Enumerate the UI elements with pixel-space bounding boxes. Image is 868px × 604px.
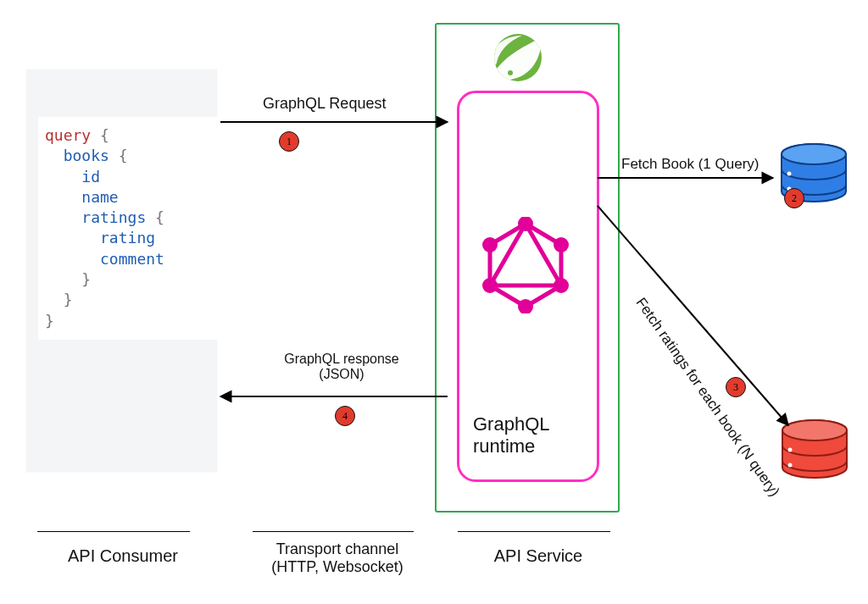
step-badge-3: 3 <box>726 377 746 397</box>
label-request: GraphQL Request <box>263 95 386 113</box>
svg-point-2 <box>508 70 513 75</box>
graphql-icon <box>481 217 570 313</box>
footer-line-service <box>458 531 610 532</box>
spring-icon <box>488 30 548 85</box>
svg-point-20 <box>788 477 793 481</box>
step-badge-1: 1 <box>279 131 299 152</box>
label-response: GraphQL response(JSON) <box>270 352 414 383</box>
svg-point-18 <box>788 448 793 452</box>
footer-line-consumer <box>37 531 190 532</box>
graphql-runtime-label: GraphQL runtime <box>473 413 550 458</box>
svg-point-6 <box>554 237 569 252</box>
svg-marker-4 <box>490 224 561 285</box>
footer-label-consumer: API Consumer <box>51 546 195 566</box>
step-badge-2: 2 <box>784 188 804 208</box>
graphql-query-code: query { books { id name ratings { rating… <box>38 117 227 340</box>
database-ratings-icon <box>778 418 851 491</box>
footer-line-transport <box>253 531 414 532</box>
label-fetch-ratings: Fetch ratings for each book (N query) <box>632 295 783 500</box>
step-badge-4: 4 <box>335 406 355 426</box>
footer-label-transport: Transport channel(HTTP, Websocket) <box>253 540 422 576</box>
label-fetch-book: Fetch Book (1 Query) <box>621 156 760 173</box>
svg-point-13 <box>787 172 792 176</box>
svg-point-7 <box>554 278 569 293</box>
svg-point-9 <box>482 278 498 293</box>
footer-label-service: API Service <box>475 546 602 566</box>
svg-point-12 <box>782 144 846 164</box>
svg-point-17 <box>782 420 847 441</box>
diagram-stage: query { books { id name ratings { rating… <box>0 0 868 604</box>
svg-point-19 <box>788 463 793 468</box>
svg-point-10 <box>482 237 498 252</box>
